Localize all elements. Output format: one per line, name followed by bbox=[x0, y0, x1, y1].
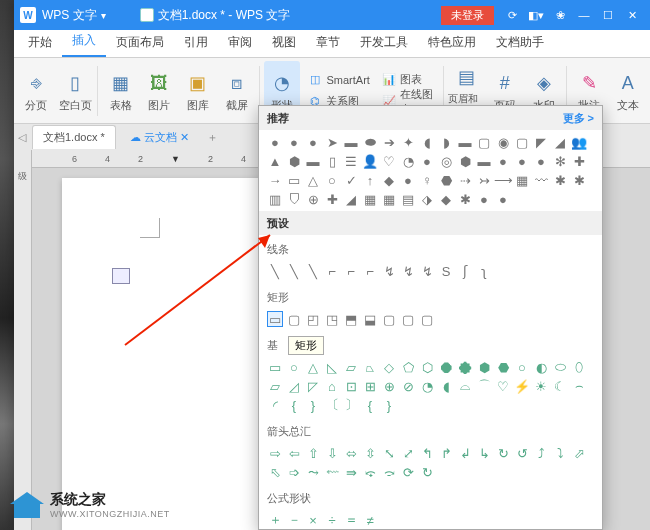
shape-basic[interactable]: ○ bbox=[286, 359, 302, 375]
shape-arrow[interactable]: ⇩ bbox=[324, 445, 340, 461]
shape-item[interactable]: ➤ bbox=[324, 134, 340, 150]
shape-item[interactable]: ▬ bbox=[457, 134, 473, 150]
shape-arrow[interactable]: ⬄ bbox=[343, 445, 359, 461]
shape-rect[interactable]: ⬒ bbox=[343, 311, 359, 327]
shape-arrow[interactable]: ⇨ bbox=[267, 445, 283, 461]
shape-item[interactable]: ✦ bbox=[400, 134, 416, 150]
shape-item[interactable]: ▢ bbox=[514, 134, 530, 150]
shape-line[interactable]: ⌐ bbox=[324, 263, 340, 279]
app-menu-caret-icon[interactable]: ▾ bbox=[101, 10, 106, 21]
shape-basic[interactable]: ◐ bbox=[533, 359, 549, 375]
add-tab-icon[interactable]: ＋ bbox=[207, 130, 218, 145]
tab-layout[interactable]: 页面布局 bbox=[106, 28, 174, 57]
shape-arrow[interactable]: ↲ bbox=[457, 445, 473, 461]
shape-basic[interactable]: ○ bbox=[514, 359, 530, 375]
shape-arrow[interactable]: ⤴ bbox=[533, 445, 549, 461]
shape-item[interactable]: ♀ bbox=[419, 172, 435, 188]
tab-dev[interactable]: 开发工具 bbox=[350, 28, 418, 57]
shape-item[interactable]: ▬ bbox=[476, 153, 492, 169]
shape-line[interactable]: ʅ bbox=[476, 263, 492, 279]
shape-line[interactable]: ʃ bbox=[457, 263, 473, 279]
shape-item[interactable]: ● bbox=[267, 134, 283, 150]
tab-doc-assist[interactable]: 文档助手 bbox=[486, 28, 554, 57]
shape-item[interactable]: ⛉ bbox=[286, 191, 302, 207]
shape-line[interactable]: S bbox=[438, 263, 454, 279]
maximize-icon[interactable]: ☐ bbox=[598, 5, 618, 25]
shape-basic[interactable]: ⬣ bbox=[495, 359, 511, 375]
shape-item[interactable]: ◤ bbox=[533, 134, 549, 150]
shape-item[interactable]: ▯ bbox=[324, 153, 340, 169]
shape-line[interactable]: ↯ bbox=[381, 263, 397, 279]
tab-start[interactable]: 开始 bbox=[18, 28, 62, 57]
shape-arrow[interactable]: ⇦ bbox=[286, 445, 302, 461]
shape-item[interactable]: ◢ bbox=[343, 191, 359, 207]
shape-formula[interactable]: － bbox=[286, 512, 302, 528]
shape-item[interactable]: ✚ bbox=[324, 191, 340, 207]
shape-arrow[interactable]: ⤢ bbox=[400, 445, 416, 461]
shape-item[interactable]: ⟶ bbox=[495, 172, 511, 188]
shape-basic[interactable]: ⌓ bbox=[457, 378, 473, 394]
shape-item[interactable]: ◎ bbox=[438, 153, 454, 169]
shape-formula[interactable]: ≠ bbox=[362, 512, 378, 528]
shape-basic[interactable]: ⊘ bbox=[400, 378, 416, 394]
shape-arrow[interactable]: ⤽ bbox=[362, 464, 378, 480]
shape-basic[interactable]: ◜ bbox=[267, 397, 283, 413]
btn-textbox[interactable]: A文本 bbox=[609, 61, 646, 121]
shape-item[interactable]: ⬢ bbox=[286, 153, 302, 169]
shape-item[interactable]: 〰 bbox=[533, 172, 549, 188]
shape-basic[interactable]: ◿ bbox=[286, 378, 302, 394]
shape-basic[interactable]: ☾ bbox=[552, 378, 568, 394]
login-badge[interactable]: 未登录 bbox=[441, 6, 494, 25]
shape-item[interactable]: ⬗ bbox=[419, 191, 435, 207]
shape-item[interactable]: ◗ bbox=[438, 134, 454, 150]
shape-line[interactable]: ⌐ bbox=[362, 263, 378, 279]
shape-basic[interactable]: ⊡ bbox=[343, 378, 359, 394]
shape-rect[interactable]: ▢ bbox=[286, 311, 302, 327]
shape-item[interactable]: ↣ bbox=[476, 172, 492, 188]
btn-gallery[interactable]: ▣图库 bbox=[180, 61, 217, 121]
shape-rect[interactable]: ▢ bbox=[419, 311, 435, 327]
btn-image[interactable]: 🖼图片 bbox=[141, 61, 178, 121]
shape-basic[interactable]: { bbox=[286, 397, 302, 413]
shape-rect[interactable]: ⬓ bbox=[362, 311, 378, 327]
shape-item[interactable]: ⬢ bbox=[457, 153, 473, 169]
shape-rect[interactable]: ◰ bbox=[305, 311, 321, 327]
shape-basic[interactable]: ⌂ bbox=[324, 378, 340, 394]
sync-icon[interactable]: ⟳ bbox=[502, 5, 522, 25]
minimize-icon[interactable]: — bbox=[574, 5, 594, 25]
shape-formula[interactable]: ÷ bbox=[324, 512, 340, 528]
shape-basic[interactable]: ⏢ bbox=[362, 359, 378, 375]
shape-basic[interactable]: ▱ bbox=[343, 359, 359, 375]
close-icon[interactable]: ✕ bbox=[622, 5, 642, 25]
shape-arrow[interactable]: ⤡ bbox=[381, 445, 397, 461]
shape-item[interactable]: ⬬ bbox=[362, 134, 378, 150]
shape-rect-selected[interactable]: ▭ bbox=[267, 311, 283, 327]
shape-line[interactable]: ↯ bbox=[400, 263, 416, 279]
shape-item[interactable]: ▤ bbox=[400, 191, 416, 207]
shape-item[interactable]: 👤 bbox=[362, 153, 378, 169]
shape-item[interactable]: ● bbox=[286, 134, 302, 150]
shape-item[interactable]: ➔ bbox=[381, 134, 397, 150]
shape-item[interactable]: ▭ bbox=[286, 172, 302, 188]
shape-item[interactable]: ⬣ bbox=[438, 172, 454, 188]
shape-basic[interactable]: ⊞ bbox=[362, 378, 378, 394]
btn-paging[interactable]: ⎆分页 bbox=[18, 61, 55, 121]
shape-item[interactable]: ✚ bbox=[571, 153, 587, 169]
tab-review[interactable]: 审阅 bbox=[218, 28, 262, 57]
shape-line[interactable]: ╲ bbox=[267, 263, 283, 279]
doc-tab-current[interactable]: 文档1.docx * bbox=[32, 125, 116, 149]
shape-item[interactable]: ✓ bbox=[343, 172, 359, 188]
tab-chapter[interactable]: 章节 bbox=[306, 28, 350, 57]
shape-item[interactable]: ⊕ bbox=[305, 191, 321, 207]
shape-item[interactable]: ☰ bbox=[343, 153, 359, 169]
shape-item[interactable]: ▲ bbox=[267, 153, 283, 169]
shape-basic[interactable]: ⬯ bbox=[571, 359, 587, 375]
shape-item[interactable]: ▦ bbox=[381, 191, 397, 207]
shape-item[interactable]: ● bbox=[495, 153, 511, 169]
shape-arrow[interactable]: ↳ bbox=[476, 445, 492, 461]
tab-view[interactable]: 视图 bbox=[262, 28, 306, 57]
shape-arrow[interactable]: ⟳ bbox=[400, 464, 416, 480]
shape-basic[interactable]: ◺ bbox=[324, 359, 340, 375]
shape-item[interactable]: ▦ bbox=[514, 172, 530, 188]
shape-basic[interactable]: 〕 bbox=[343, 397, 359, 413]
